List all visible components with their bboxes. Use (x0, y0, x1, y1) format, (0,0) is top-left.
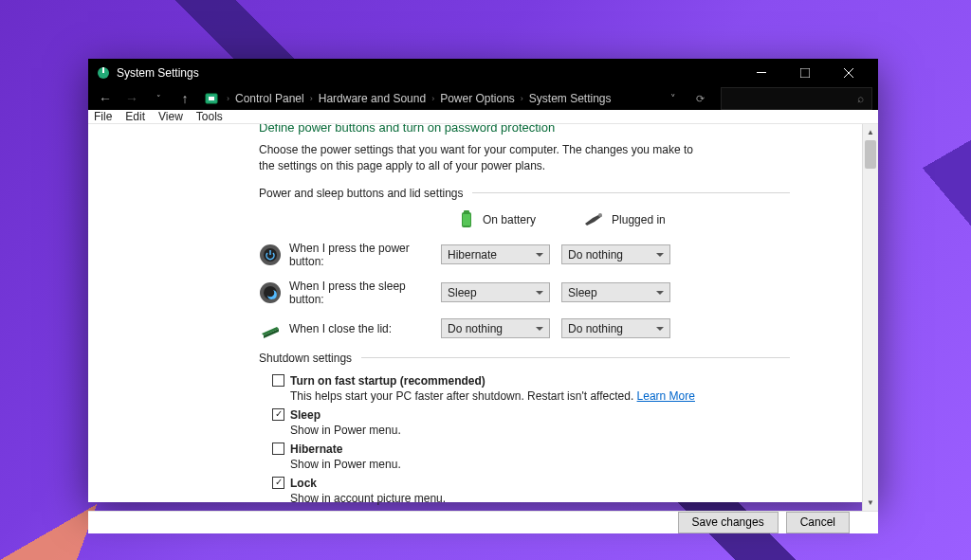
minimize-button[interactable] (740, 59, 783, 87)
column-plugged-in: Plugged in (583, 212, 666, 227)
lock-label: Lock (290, 477, 317, 490)
hibernate-desc: Show in Power menu. (290, 458, 790, 471)
fast-startup-desc: This helps start your PC faster after sh… (290, 389, 790, 403)
address-bar: ← → ˅ ↑ ›Control Panel ›Hardware and Sou… (88, 87, 878, 110)
section-power-buttons: Power and sleep buttons and lid settings (259, 187, 790, 200)
address-dropdown-icon[interactable]: ˅ (662, 93, 685, 105)
battery-icon (458, 209, 475, 230)
lock-desc: Show in account picture menu. (290, 492, 790, 505)
section-shutdown: Shutdown settings (259, 352, 790, 365)
sleep-button-plugged-select[interactable]: Sleep (561, 282, 670, 302)
sleep-button-icon (259, 281, 282, 304)
column-on-battery: On battery (458, 209, 536, 230)
row-power-button: When I press the power button: Hibernate… (259, 242, 790, 268)
svg-rect-9 (464, 210, 469, 213)
menu-view[interactable]: View (158, 110, 183, 123)
power-button-battery-select[interactable]: Hibernate (441, 244, 550, 264)
scroll-up-icon[interactable]: ▲ (863, 124, 878, 140)
vertical-scrollbar[interactable]: ▲ ▼ (862, 124, 878, 511)
cancel-button[interactable]: Cancel (786, 512, 850, 533)
breadcrumb[interactable]: ›Control Panel ›Hardware and Sound ›Powe… (227, 92, 612, 105)
location-icon (200, 87, 223, 110)
menu-bar: File Edit View Tools (88, 110, 878, 124)
learn-more-link[interactable]: Learn More (637, 389, 695, 403)
svg-point-11 (598, 213, 602, 217)
hibernate-checkbox[interactable] (272, 443, 284, 455)
svg-rect-2 (757, 72, 766, 73)
power-button-icon (259, 244, 282, 266)
forward-button[interactable]: → (120, 87, 143, 110)
plug-icon (583, 212, 604, 227)
power-button-plugged-select[interactable]: Do nothing (561, 244, 670, 264)
system-settings-window: System Settings ← → ˅ ↑ ›Control Panel ›… (88, 59, 878, 502)
menu-tools[interactable]: Tools (196, 110, 223, 123)
refresh-button[interactable]: ⟳ (688, 93, 711, 105)
app-icon (96, 65, 111, 81)
svg-rect-7 (209, 97, 214, 100)
menu-edit[interactable]: Edit (125, 110, 145, 123)
close-button[interactable] (827, 59, 870, 87)
save-changes-button[interactable]: Save changes (678, 512, 779, 533)
sleep-desc: Show in Power menu. (290, 424, 790, 437)
row-close-lid: When I close the lid: Do nothing Do noth… (259, 317, 790, 340)
up-button[interactable]: ↑ (174, 87, 196, 110)
page-heading: Define power buttons and turn on passwor… (259, 124, 790, 135)
hibernate-label: Hibernate (290, 443, 342, 456)
svg-rect-1 (102, 67, 104, 73)
fast-startup-checkbox[interactable] (272, 374, 284, 387)
menu-file[interactable]: File (94, 110, 112, 123)
sleep-checkbox[interactable] (272, 408, 284, 421)
svg-rect-10 (463, 214, 470, 226)
close-lid-plugged-select[interactable]: Do nothing (561, 318, 670, 338)
maximize-button[interactable] (783, 59, 827, 87)
sleep-button-battery-select[interactable]: Sleep (441, 282, 550, 302)
close-lid-battery-select[interactable]: Do nothing (441, 318, 550, 338)
scroll-down-icon[interactable]: ▼ (863, 495, 878, 511)
svg-rect-3 (800, 68, 810, 78)
page-intro: Choose the power settings that you want … (259, 142, 705, 175)
laptop-lid-icon (259, 317, 282, 340)
row-sleep-button: When I press the sleep button: Sleep Sle… (259, 280, 790, 306)
back-button[interactable]: ← (94, 87, 117, 110)
sleep-label: Sleep (290, 408, 321, 422)
footer-bar: Save changes Cancel (88, 511, 878, 533)
titlebar[interactable]: System Settings (88, 59, 878, 87)
lock-checkbox[interactable] (272, 477, 284, 489)
fast-startup-label: Turn on fast startup (recommended) (290, 374, 486, 388)
scroll-thumb[interactable] (865, 140, 876, 169)
search-icon: ⌕ (857, 92, 864, 105)
recent-dropdown-icon[interactable]: ˅ (147, 87, 170, 110)
desktop-background: System Settings ← → ˅ ↑ ›Control Panel ›… (0, 0, 971, 560)
window-title: System Settings (117, 66, 199, 80)
search-input[interactable]: ⌕ (721, 87, 872, 110)
content-area: Define power buttons and turn on passwor… (88, 124, 862, 511)
